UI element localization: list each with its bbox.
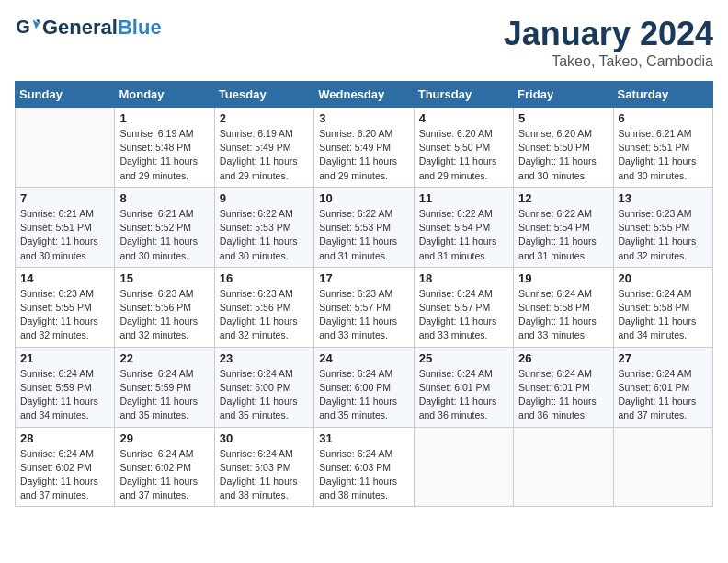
day-info: Sunrise: 6:24 AMSunset: 6:00 PMDaylight:…: [319, 367, 408, 423]
day-info: Sunrise: 6:24 AMSunset: 6:02 PMDaylight:…: [20, 447, 109, 503]
logo-text: GeneralBlue: [42, 17, 162, 39]
location-subtitle: Takeo, Takeo, Cambodia: [504, 53, 713, 70]
calendar-cell: 8Sunrise: 6:21 AMSunset: 5:52 PMDaylight…: [115, 187, 214, 267]
calendar-cell: 9Sunrise: 6:22 AMSunset: 5:53 PMDaylight…: [214, 187, 313, 267]
calendar-cell: [613, 427, 712, 507]
calendar-week-row: 14Sunrise: 6:23 AMSunset: 5:55 PMDayligh…: [16, 267, 713, 347]
day-info: Sunrise: 6:24 AMSunset: 6:00 PMDaylight:…: [220, 367, 309, 423]
calendar-cell: 24Sunrise: 6:24 AMSunset: 6:00 PMDayligh…: [314, 347, 414, 427]
calendar-cell: 3Sunrise: 6:20 AMSunset: 5:49 PMDaylight…: [314, 108, 414, 188]
day-number: 15: [119, 271, 209, 285]
day-info: Sunrise: 6:24 AMSunset: 6:01 PMDaylight:…: [619, 367, 708, 423]
calendar-cell: 27Sunrise: 6:24 AMSunset: 6:01 PMDayligh…: [613, 347, 712, 427]
day-number: 2: [220, 111, 309, 125]
day-number: 22: [119, 351, 209, 365]
day-number: 31: [319, 431, 408, 445]
day-info: Sunrise: 6:24 AMSunset: 5:58 PMDaylight:…: [518, 287, 608, 343]
day-number: 23: [220, 351, 309, 365]
day-number: 13: [619, 191, 708, 205]
day-info: Sunrise: 6:24 AMSunset: 5:58 PMDaylight:…: [619, 287, 708, 343]
logo-line1: General: [42, 16, 118, 39]
calendar-body: 1Sunrise: 6:19 AMSunset: 5:48 PMDaylight…: [16, 108, 713, 507]
calendar-cell: 26Sunrise: 6:24 AMSunset: 6:01 PMDayligh…: [514, 347, 613, 427]
day-number: 26: [518, 351, 608, 365]
calendar-cell: 2Sunrise: 6:19 AMSunset: 5:49 PMDaylight…: [214, 108, 313, 188]
month-title: January 2024: [504, 15, 713, 53]
day-info: Sunrise: 6:24 AMSunset: 6:03 PMDaylight:…: [319, 447, 408, 503]
calendar-cell: 22Sunrise: 6:24 AMSunset: 5:59 PMDayligh…: [115, 347, 214, 427]
calendar-week-row: 28Sunrise: 6:24 AMSunset: 6:02 PMDayligh…: [16, 427, 713, 507]
calendar-cell: 6Sunrise: 6:21 AMSunset: 5:51 PMDaylight…: [613, 108, 712, 188]
weekday-header-saturday: Saturday: [613, 82, 712, 108]
calendar-table: SundayMondayTuesdayWednesdayThursdayFrid…: [15, 81, 713, 507]
day-info: Sunrise: 6:20 AMSunset: 5:50 PMDaylight:…: [419, 127, 508, 183]
calendar-cell: 28Sunrise: 6:24 AMSunset: 6:02 PMDayligh…: [16, 427, 115, 507]
page-header: G GeneralBlue January 2024 Takeo, Takeo,…: [15, 15, 713, 70]
day-info: Sunrise: 6:24 AMSunset: 6:02 PMDaylight:…: [119, 447, 209, 503]
day-info: Sunrise: 6:20 AMSunset: 5:50 PMDaylight:…: [518, 127, 608, 183]
day-info: Sunrise: 6:24 AMSunset: 6:03 PMDaylight:…: [220, 447, 309, 503]
day-info: Sunrise: 6:22 AMSunset: 5:54 PMDaylight:…: [419, 207, 508, 263]
calendar-cell: 17Sunrise: 6:23 AMSunset: 5:57 PMDayligh…: [314, 267, 414, 347]
calendar-cell: 31Sunrise: 6:24 AMSunset: 6:03 PMDayligh…: [314, 427, 414, 507]
day-info: Sunrise: 6:23 AMSunset: 5:55 PMDaylight:…: [619, 207, 708, 263]
weekday-header-friday: Friday: [514, 82, 613, 108]
calendar-cell: 18Sunrise: 6:24 AMSunset: 5:57 PMDayligh…: [414, 267, 513, 347]
day-info: Sunrise: 6:24 AMSunset: 6:01 PMDaylight:…: [419, 367, 508, 423]
day-number: 9: [220, 191, 309, 205]
day-info: Sunrise: 6:21 AMSunset: 5:52 PMDaylight:…: [119, 207, 209, 263]
svg-text:G: G: [16, 17, 29, 37]
day-info: Sunrise: 6:21 AMSunset: 5:51 PMDaylight:…: [619, 127, 708, 183]
calendar-cell: 11Sunrise: 6:22 AMSunset: 5:54 PMDayligh…: [414, 187, 513, 267]
weekday-header-monday: Monday: [115, 82, 214, 108]
day-number: 11: [419, 191, 508, 205]
weekday-header-thursday: Thursday: [414, 82, 513, 108]
title-area: January 2024 Takeo, Takeo, Cambodia: [504, 15, 713, 70]
calendar-week-row: 21Sunrise: 6:24 AMSunset: 5:59 PMDayligh…: [16, 347, 713, 427]
calendar-cell: [414, 427, 513, 507]
calendar-week-row: 1Sunrise: 6:19 AMSunset: 5:48 PMDaylight…: [16, 108, 713, 188]
day-info: Sunrise: 6:20 AMSunset: 5:49 PMDaylight:…: [319, 127, 408, 183]
day-number: 8: [119, 191, 209, 205]
day-number: 17: [319, 271, 408, 285]
day-number: 30: [220, 431, 309, 445]
calendar-cell: 19Sunrise: 6:24 AMSunset: 5:58 PMDayligh…: [514, 267, 613, 347]
weekday-header-sunday: Sunday: [16, 82, 115, 108]
calendar-cell: [514, 427, 613, 507]
day-number: 29: [119, 431, 209, 445]
day-number: 18: [419, 271, 508, 285]
day-info: Sunrise: 6:23 AMSunset: 5:56 PMDaylight:…: [119, 287, 209, 343]
day-number: 14: [20, 271, 109, 285]
day-info: Sunrise: 6:24 AMSunset: 5:59 PMDaylight:…: [20, 367, 109, 423]
day-number: 16: [220, 271, 309, 285]
calendar-cell: 1Sunrise: 6:19 AMSunset: 5:48 PMDaylight…: [115, 108, 214, 188]
weekday-header-row: SundayMondayTuesdayWednesdayThursdayFrid…: [16, 82, 713, 108]
day-info: Sunrise: 6:21 AMSunset: 5:51 PMDaylight:…: [20, 207, 109, 263]
day-number: 1: [119, 111, 209, 125]
day-info: Sunrise: 6:19 AMSunset: 5:49 PMDaylight:…: [220, 127, 309, 183]
day-number: 27: [619, 351, 708, 365]
calendar-week-row: 7Sunrise: 6:21 AMSunset: 5:51 PMDaylight…: [16, 187, 713, 267]
calendar-cell: 21Sunrise: 6:24 AMSunset: 5:59 PMDayligh…: [16, 347, 115, 427]
day-number: 21: [20, 351, 109, 365]
day-info: Sunrise: 6:19 AMSunset: 5:48 PMDaylight:…: [119, 127, 209, 183]
day-number: 24: [319, 351, 408, 365]
logo-icon: G: [15, 15, 40, 40]
calendar-cell: 29Sunrise: 6:24 AMSunset: 6:02 PMDayligh…: [115, 427, 214, 507]
calendar-cell: 20Sunrise: 6:24 AMSunset: 5:58 PMDayligh…: [613, 267, 712, 347]
day-info: Sunrise: 6:24 AMSunset: 5:59 PMDaylight:…: [119, 367, 209, 423]
calendar-cell: 16Sunrise: 6:23 AMSunset: 5:56 PMDayligh…: [214, 267, 313, 347]
day-number: 7: [20, 191, 109, 205]
day-number: 12: [518, 191, 608, 205]
calendar-cell: 4Sunrise: 6:20 AMSunset: 5:50 PMDaylight…: [414, 108, 513, 188]
calendar-cell: 14Sunrise: 6:23 AMSunset: 5:55 PMDayligh…: [16, 267, 115, 347]
calendar-cell: 23Sunrise: 6:24 AMSunset: 6:00 PMDayligh…: [214, 347, 313, 427]
calendar-header: SundayMondayTuesdayWednesdayThursdayFrid…: [16, 82, 713, 108]
calendar-cell: 10Sunrise: 6:22 AMSunset: 5:53 PMDayligh…: [314, 187, 414, 267]
logo: G GeneralBlue: [15, 15, 162, 40]
day-info: Sunrise: 6:23 AMSunset: 5:56 PMDaylight:…: [220, 287, 309, 343]
day-number: 10: [319, 191, 408, 205]
calendar-cell: 25Sunrise: 6:24 AMSunset: 6:01 PMDayligh…: [414, 347, 513, 427]
day-info: Sunrise: 6:22 AMSunset: 5:53 PMDaylight:…: [319, 207, 408, 263]
calendar-cell: 5Sunrise: 6:20 AMSunset: 5:50 PMDaylight…: [514, 108, 613, 188]
